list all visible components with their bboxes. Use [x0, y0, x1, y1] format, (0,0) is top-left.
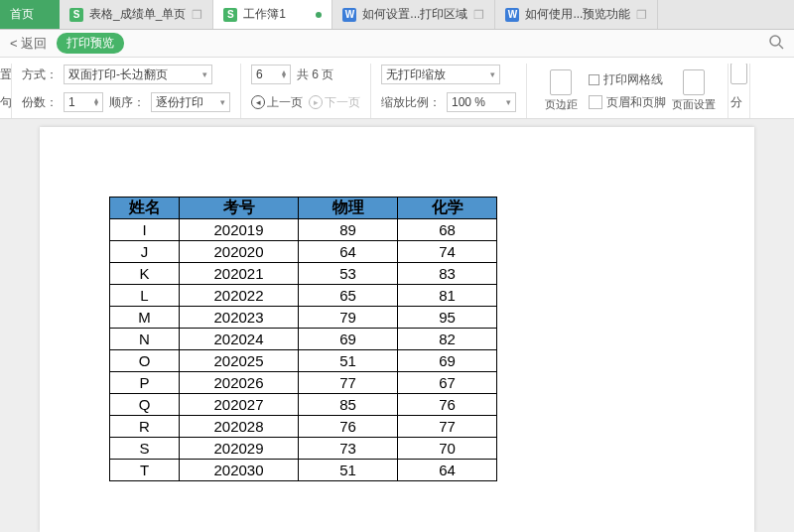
table-cell: T: [110, 460, 180, 481]
back-button[interactable]: < 返回: [10, 35, 47, 53]
table-cell: 85: [299, 394, 398, 416]
table-cell: 64: [299, 241, 398, 263]
ribbon-cut-left: 置 句: [0, 64, 12, 118]
page-setup-button[interactable]: 页面设置: [670, 69, 718, 112]
table-cell: 202027: [180, 394, 299, 416]
tab-doc3[interactable]: W 如何设置...打印区域 ❐: [332, 0, 495, 29]
table-cell: 64: [398, 460, 497, 481]
cut-text: 置: [0, 64, 9, 85]
search-icon[interactable]: [768, 34, 784, 53]
prev-page-button[interactable]: ◂上一页: [251, 94, 303, 111]
table-cell: K: [110, 263, 180, 285]
table-row: L2020226581: [110, 285, 497, 307]
table-row: J2020206474: [110, 241, 497, 263]
print-preview-area: 姓名考号物理化学 I2020198968J2020206474K20202153…: [0, 119, 794, 532]
table-cell: 202019: [180, 219, 299, 241]
table-row: O2020255169: [110, 350, 497, 372]
table-cell: 53: [299, 263, 398, 285]
combo-value: 双面打印-长边翻页: [68, 66, 168, 83]
table-cell: 51: [299, 460, 398, 481]
tab-home[interactable]: 首页: [0, 0, 60, 29]
table-row: I2020198968: [110, 219, 497, 241]
table-cell: 81: [398, 285, 497, 307]
table-cell: 202026: [180, 372, 299, 394]
svg-point-0: [770, 36, 780, 46]
page-number-spinner[interactable]: 6▴▾: [251, 65, 291, 84]
table-row: N2020246982: [110, 329, 497, 350]
tab-label: 如何使用...预览功能: [525, 6, 630, 23]
subtoolbar: < 返回 打印预览: [0, 30, 794, 58]
header-footer-icon: [589, 95, 602, 109]
table-cell: N: [110, 329, 180, 350]
table-cell: 67: [398, 372, 497, 394]
spinner-icon: ▴▾: [282, 70, 286, 78]
tab-label: 工作簿1: [243, 6, 286, 23]
next-page-button: ▸下一页: [309, 94, 360, 111]
margins-button[interactable]: 页边距: [537, 69, 585, 112]
tab-doc4[interactable]: W 如何使用...预览功能 ❐: [495, 0, 658, 29]
cut-text: 句: [0, 91, 9, 113]
checkbox-icon: [589, 74, 599, 85]
table-row: R2020287677: [110, 416, 497, 438]
chevron-down-icon: ▾: [220, 97, 225, 107]
tab-sheet1[interactable]: S 表格_成绩单_单页 ❐: [60, 0, 213, 29]
table-row: M2020237995: [110, 307, 497, 329]
table-cell: 73: [299, 438, 398, 460]
table-row: S2020297370: [110, 438, 497, 460]
table-cell: 76: [299, 416, 398, 438]
table-cell: 74: [398, 241, 497, 263]
table-cell: J: [110, 241, 180, 263]
table-cell: 202022: [180, 285, 299, 307]
btn-label: 页边距: [545, 97, 578, 112]
spreadsheet-icon: S: [69, 8, 83, 22]
arrow-right-icon: ▸: [309, 95, 323, 109]
chevron-down-icon: ▾: [506, 97, 511, 107]
table-cell: 82: [398, 329, 497, 350]
table-cell: P: [110, 372, 180, 394]
data-table: 姓名考号物理化学 I2020198968J2020206474K20202153…: [109, 197, 497, 481]
scale-mode-combo[interactable]: 无打印缩放▾: [381, 65, 500, 84]
generic-icon: [730, 64, 747, 84]
table-header: 考号: [180, 198, 299, 219]
page-setup-icon: [683, 69, 705, 95]
table-cell: 202021: [180, 263, 299, 285]
btn-label: 上一页: [267, 94, 303, 111]
print-ribbon: 置 句 方式： 双面打印-长边翻页▾ 份数： 1▴▾ 顺序： 逐份打印▾ 6▴▾…: [0, 58, 794, 119]
spreadsheet-icon: S: [223, 8, 237, 22]
btn-label: 下一页: [325, 94, 360, 111]
restore-icon[interactable]: ❐: [636, 8, 647, 22]
table-cell: 83: [398, 263, 497, 285]
table-cell: 89: [299, 219, 398, 241]
restore-icon[interactable]: ❐: [473, 8, 484, 22]
ribbon-page-setup: 页边距 打印网格线 页眉和页脚 页面设置: [527, 64, 728, 118]
table-header: 物理: [299, 198, 398, 219]
unsaved-dot-icon: [316, 12, 322, 18]
tab-label: 如何设置...打印区域: [362, 6, 467, 23]
header-footer-button[interactable]: 页眉和页脚: [589, 94, 666, 111]
table-cell: 69: [299, 329, 398, 350]
print-mode-combo[interactable]: 双面打印-长边翻页▾: [64, 65, 212, 84]
table-cell: 202024: [180, 329, 299, 350]
back-label: 返回: [21, 36, 47, 51]
table-row: P2020267767: [110, 372, 497, 394]
table-cell: 68: [398, 219, 497, 241]
table-row: K2020215383: [110, 263, 497, 285]
table-cell: 65: [299, 285, 398, 307]
table-row: Q2020278576: [110, 394, 497, 416]
tab-sheet2-active[interactable]: S 工作簿1: [213, 0, 332, 29]
restore-icon[interactable]: ❐: [192, 8, 202, 22]
scale-ratio-combo[interactable]: 100 %▾: [447, 92, 516, 112]
spin-value: 1: [68, 95, 75, 109]
gridlines-toggle[interactable]: 打印网格线: [589, 71, 666, 88]
scale-ratio-label: 缩放比例：: [381, 94, 441, 111]
table-cell: R: [110, 416, 180, 438]
print-order-combo[interactable]: 逐份打印▾: [151, 92, 230, 112]
table-cell: 202025: [180, 350, 299, 372]
table-cell: L: [110, 285, 180, 307]
spin-value: 6: [256, 67, 263, 81]
table-cell: 202028: [180, 416, 299, 438]
copies-spinner[interactable]: 1▴▾: [64, 92, 103, 112]
table-cell: 202030: [180, 460, 299, 481]
table-row: T2020305164: [110, 460, 497, 481]
ribbon-page-nav: 6▴▾ 共 6 页 ◂上一页 ▸下一页: [241, 64, 371, 118]
